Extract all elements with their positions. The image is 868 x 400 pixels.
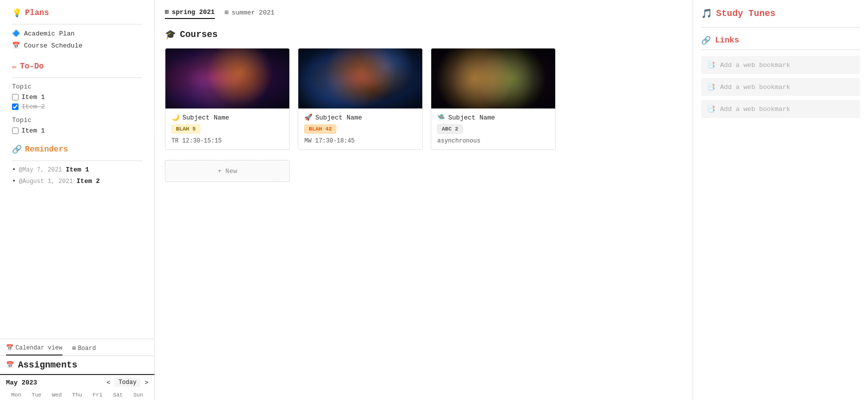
board-icon: ⊞ bbox=[72, 344, 76, 352]
links-section: 🔗 Links 📑 Add a web bookmark 📑 Add a web… bbox=[701, 36, 860, 122]
courses-grid: 🌙 Subject Name BLAH 5 TR 12:30-15:15 🚀 S… bbox=[165, 48, 683, 150]
course-time-2: MW 17:30-18:45 bbox=[304, 138, 416, 144]
today-button[interactable]: Today bbox=[114, 378, 140, 387]
topic-label-2: Topic bbox=[12, 116, 142, 124]
page-layout: 💡 Plans 🔷 Academic Plan 📅 Course Schedul… bbox=[0, 0, 868, 400]
study-tunes-title-text: Study Tunes bbox=[716, 8, 776, 18]
bookmark-icon-2: 📑 bbox=[707, 83, 715, 91]
reminder-item-2: @August 1, 2021 Item 2 bbox=[12, 178, 142, 185]
left-top-content: 💡 Plans 🔷 Academic Plan 📅 Course Schedul… bbox=[0, 0, 154, 338]
calendar-view-tab[interactable]: 📅 Calendar view bbox=[6, 344, 62, 356]
links-title: 🔗 Links bbox=[701, 36, 860, 46]
links-title-text: Links bbox=[715, 36, 739, 45]
semester-tabs: ⊞ spring 2021 ⊞ summer 2021 bbox=[165, 8, 683, 19]
topic-label-1: Topic bbox=[12, 83, 142, 90]
course-icon-3: 🛸 bbox=[437, 114, 445, 122]
assignments-header: 📅 Assignments bbox=[0, 356, 154, 375]
reminder-date-1: @May 7, 2021 bbox=[19, 166, 66, 174]
course-name-3: 🛸 Subject Name bbox=[437, 114, 549, 122]
spring-tab-icon: ⊞ bbox=[165, 8, 169, 16]
todo-label-2-1: Item 1 bbox=[21, 127, 45, 134]
todo-checkbox-1-2[interactable] bbox=[12, 104, 18, 110]
reminder-text-1: Item 1 bbox=[65, 166, 89, 174]
course-schedule-icon: 📅 bbox=[12, 42, 20, 50]
board-label: Board bbox=[78, 345, 96, 352]
course-time-3: asynchronous bbox=[437, 138, 549, 144]
todo-checkbox-1-1[interactable] bbox=[12, 94, 18, 100]
topic-group-2: Topic Item 1 bbox=[12, 116, 142, 134]
todo-title: ✏️ To-Do bbox=[12, 62, 142, 72]
course-schedule-link[interactable]: 📅 Course Schedule bbox=[12, 42, 142, 50]
links-icon: 🔗 bbox=[701, 36, 711, 46]
reminder-item-1: @May 7, 2021 Item 1 bbox=[12, 166, 142, 174]
assignments-title: Assignments bbox=[18, 360, 77, 370]
summer-tab-icon: ⊞ bbox=[225, 8, 229, 16]
add-new-label: + New bbox=[217, 168, 237, 175]
courses-title: Courses bbox=[180, 30, 218, 40]
todo-item-1-1: Item 1 bbox=[12, 94, 142, 101]
month-nav: May 2023 < Today > bbox=[0, 375, 154, 390]
main-content: ⊞ spring 2021 ⊞ summer 2021 🎓 Courses 🌙 … bbox=[155, 0, 693, 400]
course-tag-2: BLAH 42 bbox=[304, 124, 336, 134]
courses-header: 🎓 Courses bbox=[165, 29, 683, 40]
course-name-2: 🚀 Subject Name bbox=[304, 114, 416, 122]
todo-label-1-1: Item 1 bbox=[21, 94, 45, 101]
academic-plan-label: Academic Plan bbox=[24, 30, 74, 38]
bookmark-3[interactable]: 📑 Add a web bookmark bbox=[701, 100, 860, 118]
todo-title-text: To-Do bbox=[20, 62, 44, 71]
plans-icon: 💡 bbox=[12, 8, 22, 18]
academic-plan-link[interactable]: 🔷 Academic Plan bbox=[12, 30, 142, 38]
left-sidebar: 💡 Plans 🔷 Academic Plan 📅 Course Schedul… bbox=[0, 0, 155, 400]
course-info-1: 🌙 Subject Name BLAH 5 TR 12:30-15:15 bbox=[165, 108, 289, 150]
course-icon-1: 🌙 bbox=[171, 114, 179, 122]
study-tunes-title: 🎵 Study Tunes bbox=[701, 8, 860, 19]
courses-icon: 🎓 bbox=[165, 29, 176, 40]
reminder-date-2: @August 1, 2021 bbox=[19, 178, 76, 185]
reminders-icon: 🔗 bbox=[12, 144, 22, 154]
day-thu: Thu bbox=[67, 392, 87, 398]
todo-section: ✏️ To-Do Topic Item 1 Item 2 bbox=[6, 62, 148, 144]
course-info-2: 🚀 Subject Name BLAH 42 MW 17:30-18:45 bbox=[298, 108, 422, 150]
next-month-button[interactable]: > bbox=[144, 379, 148, 386]
summer-2021-tab[interactable]: ⊞ summer 2021 bbox=[225, 8, 275, 18]
course-name-1: 🌙 Subject Name bbox=[171, 114, 283, 122]
calendar-view-icon: 📅 bbox=[6, 344, 13, 352]
prev-month-button[interactable]: < bbox=[106, 379, 110, 386]
course-card-1[interactable]: 🌙 Subject Name BLAH 5 TR 12:30-15:15 bbox=[165, 48, 290, 150]
right-sidebar: 🎵 Study Tunes 🔗 Links 📑 Add a web bookma… bbox=[693, 0, 868, 400]
summer-tab-label: summer 2021 bbox=[231, 9, 274, 16]
assignments-section: 📅 Calendar view ⊞ Board 📅 Assignments Ma… bbox=[0, 338, 154, 400]
bookmark-label-1: Add a web bookmark bbox=[720, 62, 790, 69]
day-mon: Mon bbox=[6, 392, 26, 398]
course-info-3: 🛸 Subject Name ABC 2 asynchronous bbox=[431, 108, 555, 150]
course-image-2 bbox=[298, 48, 422, 108]
course-image-1 bbox=[165, 48, 289, 108]
course-card-3[interactable]: 🛸 Subject Name ABC 2 asynchronous bbox=[431, 48, 556, 150]
day-sun: Sun bbox=[128, 392, 148, 398]
todo-label-1-2: Item 2 bbox=[21, 103, 45, 110]
course-tag-1: BLAH 5 bbox=[171, 124, 200, 134]
month-year-label: May 2023 bbox=[6, 379, 37, 386]
day-fri: Fri bbox=[87, 392, 108, 398]
day-sat: Sat bbox=[108, 392, 128, 398]
spring-2021-tab[interactable]: ⊞ spring 2021 bbox=[165, 8, 215, 19]
plans-title: 💡 Plans bbox=[12, 8, 142, 18]
bookmark-2[interactable]: 📑 Add a web bookmark bbox=[701, 78, 860, 96]
assignments-icon: 📅 bbox=[6, 361, 14, 369]
bookmark-label-2: Add a web bookmark bbox=[720, 84, 790, 91]
topic-group-1: Topic Item 1 Item 2 bbox=[12, 83, 142, 110]
course-schedule-label: Course Schedule bbox=[24, 42, 82, 50]
board-tab[interactable]: ⊞ Board bbox=[72, 344, 96, 356]
course-card-2[interactable]: 🚀 Subject Name BLAH 42 MW 17:30-18:45 bbox=[298, 48, 423, 150]
bookmark-1[interactable]: 📑 Add a web bookmark bbox=[701, 56, 860, 74]
date-nav-controls: < Today > bbox=[106, 378, 148, 387]
study-tunes-icon: 🎵 bbox=[701, 8, 712, 19]
reminders-title: 🔗 Reminders bbox=[12, 144, 142, 154]
todo-checkbox-2-1[interactable] bbox=[12, 128, 18, 134]
course-tag-3: ABC 2 bbox=[437, 124, 463, 134]
add-new-course-button[interactable]: + New bbox=[165, 160, 290, 182]
todo-icon: ✏️ bbox=[12, 62, 17, 72]
course-time-1: TR 12:30-15:15 bbox=[171, 138, 283, 144]
calendar-weekdays: Mon Tue Wed Thu Fri Sat Sun bbox=[0, 390, 154, 400]
course-image-3 bbox=[431, 48, 555, 108]
